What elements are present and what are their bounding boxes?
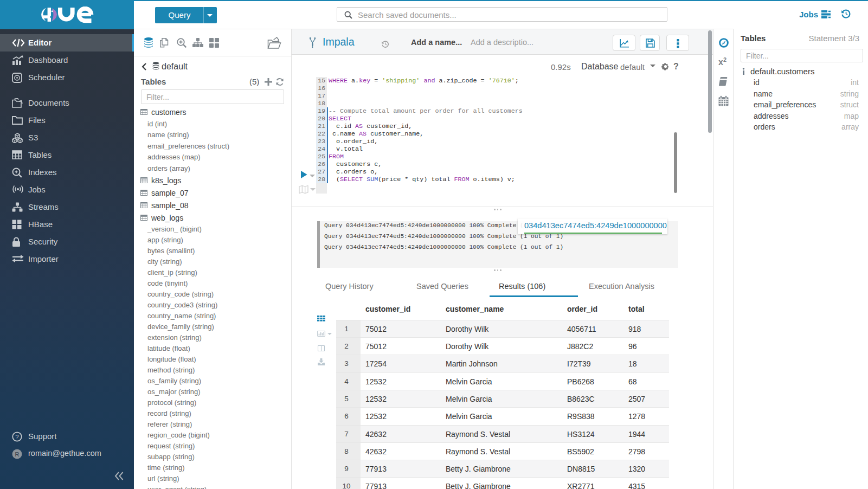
- svg-text:?: ?: [15, 434, 18, 440]
- svg-text:R: R: [15, 451, 20, 458]
